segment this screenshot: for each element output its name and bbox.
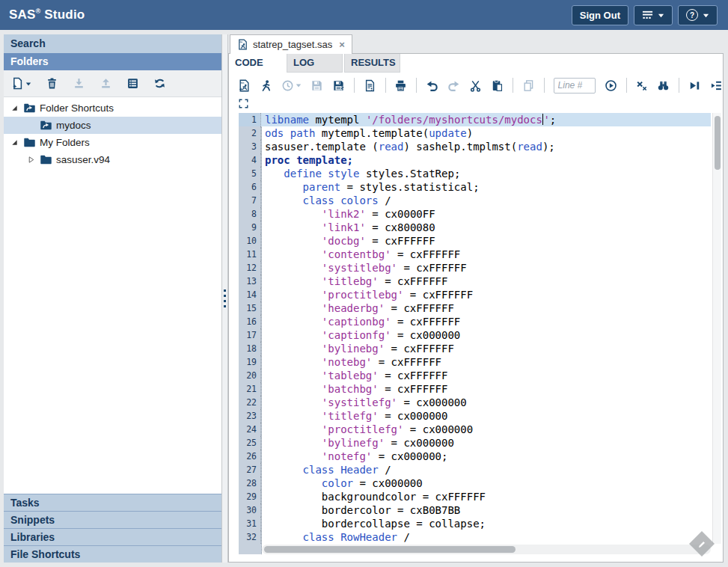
code-text: 'headerbg' = cxFFFFFF [261,301,711,315]
horizontal-scrollbar-thumb[interactable] [264,546,516,553]
line-number: 3 [239,140,261,153]
save-as-button[interactable] [332,79,345,92]
app-menu-button[interactable] [634,5,673,25]
code-line-30[interactable]: 30 bordercolor = cxB0B7BB [239,503,711,517]
document-tab[interactable]: statrep_tagset.sas × [230,34,352,54]
code-text: class Header / [261,463,711,476]
code-line-1[interactable]: 1libname mytempl '/folders/myshortcuts/m… [239,113,711,126]
code-line-20[interactable]: 20 'tablebg' = cxFFFFFF [239,369,711,382]
code-line-21[interactable]: 21 'batchbg' = cxFFFFFF [239,382,711,396]
upload-button [100,77,112,90]
code-line-22[interactable]: 22 'systitlefg' = cx000000 [239,396,711,409]
sidebar-section-tasks[interactable]: Tasks [4,494,221,511]
code-text: ods path mytempl.template(update) [261,126,711,140]
code-line-4[interactable]: 4proc template; [239,153,711,167]
refresh-button[interactable] [153,77,166,90]
code-line-12[interactable]: 12 'systitlebg' = cxFFFFFF [239,261,711,275]
tree-collapsed-icon[interactable] [26,156,36,164]
code-line-29[interactable]: 29 backgroundcolor = cxFFFFFF [239,490,711,503]
code-line-24[interactable]: 24 'proctitlefg' = cx000000 [239,423,711,436]
code-editor[interactable]: 1libname mytempl '/folders/myshortcuts/m… [239,113,711,554]
code-line-5[interactable]: 5 define style styles.StatRep; [239,167,711,180]
properties-button[interactable] [126,77,139,90]
line-number: 31 [239,517,261,530]
delete-button[interactable] [46,77,58,90]
line-number: 23 [239,409,261,423]
code-line-26[interactable]: 26 'notefg' = cx000000; [239,450,711,463]
code-line-17[interactable]: 17 'captionfg' = cx000000 [239,328,711,342]
tab-code[interactable]: CODE [229,54,285,73]
program-summary-button[interactable] [364,79,376,92]
sidebar-section-file-shortcuts[interactable]: File Shortcuts [4,545,221,563]
tree-item-folder-shortcuts[interactable]: Folder Shortcuts [4,99,221,117]
tree-expanded-icon[interactable] [10,138,19,147]
code-line-18[interactable]: 18 'bylinebg' = cxFFFFFF [239,342,711,355]
code-line-13[interactable]: 13 'titlebg' = cxFFFFFF [239,275,711,288]
cut-button[interactable] [469,79,482,92]
code-line-15[interactable]: 15 'headerbg' = cxFFFFFF [239,301,711,315]
goto-line-button[interactable] [605,79,617,92]
toolbar-separator [513,78,513,93]
code-line-6[interactable]: 6 parent = styles.statistical; [239,180,711,194]
tab-log[interactable]: LOG [287,54,343,73]
maximize-view-button[interactable] [239,98,248,110]
tree-item-mydocs[interactable]: mydocs [4,117,221,134]
print-icon [394,79,407,92]
new-item-button[interactable] [11,77,31,90]
code-line-31[interactable]: 31 bordercollapse = collapse; [239,517,711,530]
line-number: 13 [239,275,261,288]
vertical-scrollbar-thumb[interactable] [715,116,721,170]
run-button[interactable] [260,79,272,92]
tree-item-my-folders[interactable]: My Folders [4,134,221,151]
new-program-button[interactable] [238,79,251,92]
help-button[interactable]: ? [678,5,718,25]
undo-button[interactable] [426,79,438,92]
tree-item-label: mydocs [56,120,91,131]
close-tab-icon[interactable]: × [339,39,345,50]
tab-results[interactable]: RESULTS [344,54,400,73]
code-line-32[interactable]: 32 class RowHeader / [239,530,711,544]
code-line-3[interactable]: 3sasuser.template (read) sashelp.tmplmst… [239,140,711,153]
line-number-input[interactable] [554,78,596,94]
properties-icon [126,77,139,90]
sidebar-splitter[interactable] [221,34,228,563]
toolbar-separator [679,78,679,93]
code-line-23[interactable]: 23 'titlefg' = cx000000 [239,409,711,423]
redo-button [447,79,460,92]
sign-out-button[interactable]: Sign Out [572,5,628,25]
paste-button[interactable] [491,79,504,92]
code-line-27[interactable]: 27 class Header / [239,463,711,476]
code-line-19[interactable]: 19 'notebg' = cxFFFFFF [239,355,711,369]
code-line-10[interactable]: 10 'docbg' = cxFFFFFF [239,234,711,248]
program-summary-icon [364,79,376,92]
sidebar-section-search[interactable]: Search [4,34,221,53]
code-text: 'batchbg' = cxFFFFFF [261,382,711,396]
goto-line-icon [605,79,617,92]
find-button[interactable] [657,79,670,92]
code-line-28[interactable]: 28 color = cx000000 [239,476,711,490]
code-line-14[interactable]: 14 'proctitlebg' = cxFFFFFF [239,288,711,301]
vertical-scrollbar[interactable] [712,113,721,544]
code-line-7[interactable]: 7 class colors / [239,194,711,207]
run-region-button[interactable] [688,79,701,92]
print-button[interactable] [394,79,407,92]
code-line-8[interactable]: 8 'link2' = cx0000FF [239,207,711,221]
horizontal-scrollbar[interactable] [262,545,711,554]
format-code-button[interactable] [710,79,723,92]
code-line-11[interactable]: 11 'contentbg' = cxFFFFFF [239,248,711,261]
sidebar-section-folders[interactable]: Folders [4,53,221,70]
code-text: bordercolor = cxB0B7BB [261,503,711,517]
line-number: 5 [239,167,261,180]
caret-down-icon [703,12,709,19]
code-line-16[interactable]: 16 'captionbg' = cxFFFFFF [239,315,711,328]
sidebar-section-snippets[interactable]: Snippets [4,511,221,528]
code-line-2[interactable]: 2ods path mytempl.template(update) [239,126,711,140]
code-line-25[interactable]: 25 'bylinefg' = cx000000 [239,436,711,450]
tree-item-sasuser-v94[interactable]: sasuser.v94 [4,151,221,168]
clear-code-button[interactable] [635,79,648,92]
line-number: 20 [239,369,261,382]
code-line-9[interactable]: 9 'link1' = cx800080 [239,221,711,234]
sidebar-section-libraries[interactable]: Libraries [4,528,221,545]
main-workspace: statrep_tagset.sas × CODELOGRESULTS 1lib… [228,34,724,563]
tree-expanded-icon[interactable] [10,104,19,112]
